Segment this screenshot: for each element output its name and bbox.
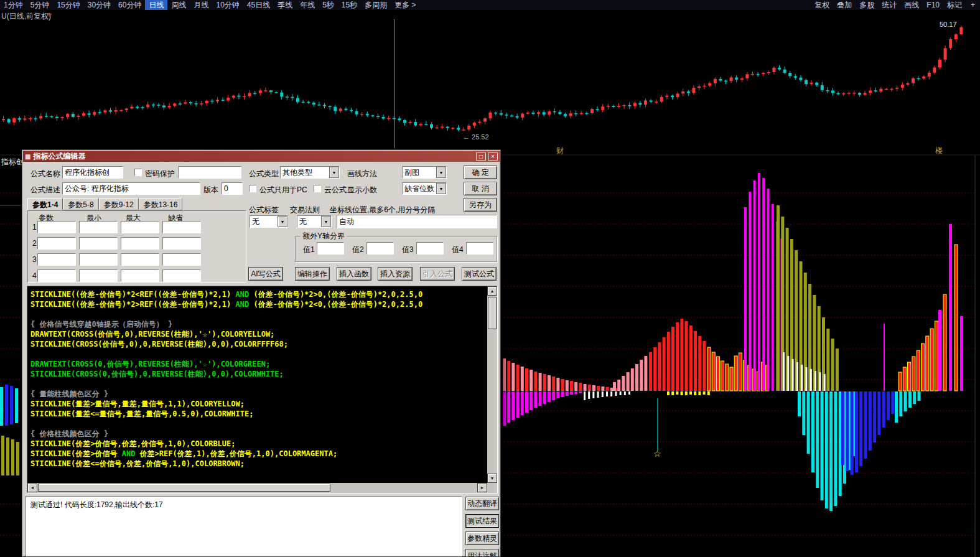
code-area[interactable]: STICKLINE((价差-价信号)*2<REF((价差-价信号)*2,1) A…	[28, 287, 487, 483]
close-icon[interactable]: ×	[488, 152, 498, 161]
version-input[interactable]	[222, 182, 243, 195]
param-input[interactable]	[79, 237, 118, 250]
trade-rule-select[interactable]: 无 ▼	[297, 215, 332, 228]
favorite-icon[interactable]: ♥	[47, 11, 52, 19]
toolbar-period[interactable]: 1分钟	[0, 0, 27, 10]
scroll-down-icon[interactable]: ▼	[487, 474, 497, 483]
scrollbar-corner	[487, 483, 497, 493]
toolbar-period[interactable]: 60分钟	[114, 0, 145, 10]
toolbar-period[interactable]: 多周期	[361, 0, 391, 10]
formula-desc-input[interactable]	[62, 182, 200, 195]
save-as-button[interactable]: 另存为	[464, 198, 497, 212]
param-input[interactable]	[162, 221, 201, 233]
param-input[interactable]	[79, 253, 118, 266]
param-input[interactable]	[162, 253, 201, 266]
code-line: STICKLINE(CROSS(价信号,0),0,REVERSE(柱能),0,0…	[30, 339, 486, 349]
toolbar-period[interactable]: 季线	[274, 0, 296, 10]
toolbar-period[interactable]: 5分钟	[27, 0, 54, 10]
param-input[interactable]	[79, 269, 118, 282]
action-button-AI写公式[interactable]: AI写公式	[248, 267, 283, 281]
formula-name-input[interactable]	[62, 166, 123, 179]
formula-type-select[interactable]: 其他类型 ▼	[280, 166, 340, 179]
tab-参数1-4[interactable]: 参数1-4	[27, 198, 63, 210]
scroll-right-icon[interactable]: ►	[477, 483, 487, 492]
vertical-scrollbar[interactable]: ▲ ▼	[487, 286, 497, 483]
dropdown-arrow-icon[interactable]: ▼	[436, 167, 446, 178]
scroll-left-icon[interactable]: ◄	[27, 483, 37, 492]
value-input[interactable]	[466, 242, 493, 255]
scroll-up-icon[interactable]: ▲	[487, 286, 497, 296]
horizontal-scroll-thumb[interactable]	[38, 484, 330, 492]
action-button-插入函数[interactable]: 插入函数	[337, 267, 371, 281]
toolbar-tool[interactable]: 标记	[943, 0, 966, 10]
restore-icon[interactable]: □	[476, 152, 486, 161]
code-editor[interactable]: STICKLINE((价差-价信号)*2<REF((价差-价信号)*2,1) A…	[27, 286, 498, 494]
password-checkbox[interactable]	[134, 169, 142, 176]
code-line	[30, 379, 486, 389]
toolbar-period[interactable]: 30分钟	[84, 0, 114, 10]
side-button-用法注解[interactable]: 用法注解	[465, 549, 499, 557]
tab-参数9-12[interactable]: 参数9-12	[99, 198, 139, 210]
dropdown-arrow-icon[interactable]: ▼	[321, 216, 331, 227]
toolbar-period[interactable]: 更多 >	[391, 0, 419, 10]
toolbar-period[interactable]: 年线	[296, 0, 319, 10]
formula-tag-select[interactable]: 无 ▼	[250, 215, 288, 228]
tab-参数5-8[interactable]: 参数5-8	[63, 198, 98, 210]
vertical-scroll-thumb[interactable]	[488, 297, 497, 329]
value-input[interactable]	[416, 242, 444, 255]
toolbar-tool[interactable]: F10	[923, 0, 943, 10]
toolbar-tool[interactable]: 画线	[900, 0, 923, 10]
param-input[interactable]	[37, 253, 76, 266]
toolbar-period[interactable]: 15秒	[338, 0, 361, 10]
toolbar-period[interactable]: 10分钟	[212, 0, 243, 10]
value-input[interactable]	[317, 242, 344, 255]
coordinate-input[interactable]	[337, 215, 497, 228]
side-button-动态翻译[interactable]: 动态翻译	[465, 497, 499, 510]
param-input[interactable]	[121, 253, 159, 266]
toolbar-period[interactable]: 月线	[190, 0, 212, 10]
toolbar-right: 复权叠加多股统计画线F10标记	[811, 0, 966, 10]
param-input[interactable]	[162, 269, 201, 282]
action-button-插入资源[interactable]: 插入资源	[378, 267, 413, 281]
password-input[interactable]	[178, 166, 241, 179]
param-input[interactable]	[121, 269, 159, 282]
toolbar-tool[interactable]: 复权	[811, 0, 833, 10]
cloud-checkbox[interactable]	[314, 185, 321, 192]
value-input[interactable]	[366, 242, 394, 255]
toolbar-tool[interactable]: 多股	[856, 0, 878, 10]
side-button-参数精灵[interactable]: 参数精灵	[465, 531, 499, 545]
toolbar-period[interactable]: 15分钟	[53, 0, 83, 10]
dropdown-arrow-icon[interactable]: ▼	[329, 167, 339, 178]
value-label: 值3	[402, 245, 414, 255]
action-button-测试公式[interactable]: 测试公式	[462, 267, 497, 281]
action-button-编辑操作[interactable]: 编辑操作	[295, 267, 330, 281]
side-button-测试结果[interactable]: 测试结果	[465, 514, 499, 528]
toolbar-tool[interactable]: 叠加	[833, 0, 856, 10]
ok-button[interactable]: 确 定	[464, 166, 497, 179]
decimal-select[interactable]: 缺省位数 ▼	[402, 182, 447, 195]
dropdown-arrow-icon[interactable]: ▼	[436, 183, 446, 194]
tab-参数13-16[interactable]: 参数13-16	[139, 198, 183, 210]
pc-only-checkbox[interactable]	[249, 185, 256, 192]
toolbar-period[interactable]: 日线	[145, 0, 167, 10]
period-toolbar: 1分钟5分钟15分钟30分钟60分钟日线周线月线10分钟45日线季线年线5秒15…	[0, 0, 980, 10]
value-label: 值1	[303, 245, 315, 255]
toolbar-period[interactable]: 45日线	[243, 0, 274, 10]
param-input[interactable]	[162, 237, 201, 250]
toolbar-period[interactable]: 5秒	[319, 0, 338, 10]
draw-method-select[interactable]: 副图 ▼	[402, 166, 447, 179]
add-icon[interactable]: +	[966, 1, 980, 9]
last-price-label: 50.17	[940, 21, 957, 28]
horizontal-scrollbar[interactable]: ◄ ►	[27, 483, 487, 493]
param-input[interactable]	[37, 237, 76, 250]
toolbar-period[interactable]: 周线	[167, 0, 190, 10]
toolbar-tool[interactable]: 统计	[878, 0, 900, 10]
param-input[interactable]	[79, 221, 118, 233]
param-input[interactable]	[121, 221, 159, 233]
cancel-button[interactable]: 取 消	[464, 182, 497, 195]
param-input[interactable]	[121, 237, 159, 250]
param-input[interactable]	[37, 269, 76, 282]
param-input[interactable]	[37, 221, 76, 233]
dropdown-arrow-icon[interactable]: ▼	[278, 216, 287, 227]
dialog-titlebar[interactable]: ▦ 指标公式编辑器 □ ×	[23, 151, 500, 162]
